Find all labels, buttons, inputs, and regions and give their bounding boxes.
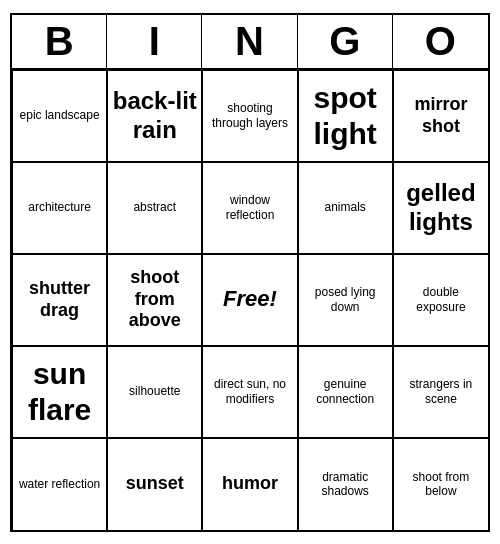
bingo-cell-10: shutter drag <box>12 254 107 346</box>
bingo-cell-23: dramatic shadows <box>298 438 393 530</box>
bingo-cell-7: window reflection <box>202 162 297 254</box>
bingo-cell-15: sun flare <box>12 346 107 438</box>
bingo-cell-6: abstract <box>107 162 202 254</box>
bingo-cell-19: strangers in scene <box>393 346 488 438</box>
bingo-cell-13: posed lying down <box>298 254 393 346</box>
bingo-cell-9: gelled lights <box>393 162 488 254</box>
bingo-cell-21: sunset <box>107 438 202 530</box>
bingo-cell-17: direct sun, no modifiers <box>202 346 297 438</box>
bingo-cell-14: double exposure <box>393 254 488 346</box>
bingo-cell-20: water reflection <box>12 438 107 530</box>
bingo-cell-18: genuine connection <box>298 346 393 438</box>
bingo-cell-3: spot light <box>298 70 393 162</box>
bingo-grid: epic landscapeback-lit rainshooting thro… <box>12 70 488 530</box>
header-i: I <box>107 15 202 68</box>
bingo-cell-16: silhouette <box>107 346 202 438</box>
bingo-cell-24: shoot from below <box>393 438 488 530</box>
bingo-cell-0: epic landscape <box>12 70 107 162</box>
bingo-cell-11: shoot from above <box>107 254 202 346</box>
bingo-cell-5: architecture <box>12 162 107 254</box>
bingo-cell-2: shooting through layers <box>202 70 297 162</box>
bingo-cell-22: humor <box>202 438 297 530</box>
bingo-cell-8: animals <box>298 162 393 254</box>
bingo-cell-1: back-lit rain <box>107 70 202 162</box>
header-o: O <box>393 15 488 68</box>
bingo-card: B I N G O epic landscapeback-lit rainsho… <box>10 13 490 532</box>
bingo-cell-4: mirror shot <box>393 70 488 162</box>
header-n: N <box>202 15 297 68</box>
header-g: G <box>298 15 393 68</box>
bingo-cell-12: Free! <box>202 254 297 346</box>
bingo-header: B I N G O <box>12 15 488 70</box>
header-b: B <box>12 15 107 68</box>
